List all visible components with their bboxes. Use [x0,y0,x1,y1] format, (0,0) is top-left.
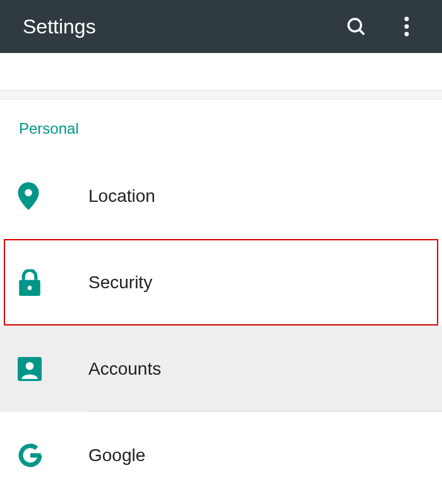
location-pin-icon [18,182,88,210]
svg-point-7 [28,286,32,290]
list-item-location[interactable]: Location [0,153,442,239]
list-item-security[interactable]: Security [4,239,438,325]
lock-icon [19,269,88,296]
appbar-title: Settings [23,15,343,38]
settings-list: Location Security Accounts [0,153,442,498]
person-box-icon [18,357,88,381]
list-item-label: Location [88,186,155,206]
divider-strip [0,91,442,100]
list-item-accounts[interactable]: Accounts [0,325,442,412]
list-item-label: Security [88,273,152,293]
google-g-icon [18,443,88,468]
svg-point-0 [349,19,361,32]
svg-point-9 [26,361,34,370]
svg-point-4 [405,32,409,37]
section-header-personal: Personal [0,100,442,153]
svg-point-5 [25,189,32,196]
list-item-label: Google [88,445,145,466]
appbar-actions [343,14,427,39]
svg-point-2 [405,17,409,21]
list-item-label: Accounts [88,359,161,379]
svg-line-1 [359,30,364,35]
appbar: Settings [0,0,442,53]
search-icon[interactable] [343,14,369,39]
more-vert-icon[interactable] [394,14,419,39]
svg-point-3 [405,25,409,29]
spacer [0,53,442,91]
list-item-google[interactable]: Google [0,412,442,498]
